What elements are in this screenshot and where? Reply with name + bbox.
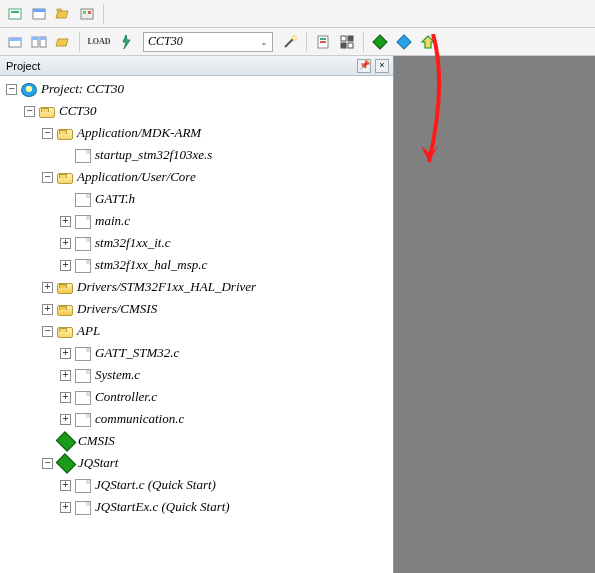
- tree-item[interactable]: +Drivers/CMSIS: [0, 298, 393, 320]
- tree-item[interactable]: −Application/User/Core: [0, 166, 393, 188]
- target-combo[interactable]: CCT30 ⌄: [143, 32, 273, 52]
- expand-toggle[interactable]: +: [60, 392, 71, 403]
- svg-rect-22: [397, 34, 411, 48]
- tb2-icon-3[interactable]: [52, 31, 74, 53]
- svg-rect-0: [9, 9, 21, 19]
- tree-item-label: CMSIS: [78, 433, 115, 449]
- expand-toggle[interactable]: +: [60, 480, 71, 491]
- svg-rect-11: [32, 37, 38, 40]
- tree-item[interactable]: startup_stm32f103xe.s: [0, 144, 393, 166]
- file-icon: [75, 369, 91, 383]
- file-icon: [75, 237, 91, 251]
- tree-item-label: Project: CCT30: [41, 81, 124, 97]
- svg-rect-4: [81, 9, 93, 19]
- tree-item[interactable]: +System.c: [0, 364, 393, 386]
- tree-item[interactable]: +Drivers/STM32F1xx_HAL_Driver: [0, 276, 393, 298]
- svg-rect-17: [341, 36, 346, 41]
- tb-icon-1[interactable]: [4, 3, 26, 25]
- expand-toggle[interactable]: +: [60, 238, 71, 249]
- folder-closed-icon: [57, 283, 73, 294]
- close-icon[interactable]: ×: [375, 59, 389, 73]
- expand-toggle[interactable]: +: [42, 282, 53, 293]
- tree-item[interactable]: +JQStartEx.c (Quick Start): [0, 496, 393, 518]
- tree-item-label: JQStart.c (Quick Start): [95, 477, 216, 493]
- file-icon: [75, 479, 91, 493]
- collapse-toggle[interactable]: −: [42, 128, 53, 139]
- svg-rect-19: [341, 43, 346, 48]
- svg-rect-12: [40, 37, 46, 40]
- svg-rect-18: [348, 36, 353, 41]
- svg-rect-16: [320, 41, 326, 43]
- tree-item[interactable]: +main.c: [0, 210, 393, 232]
- project-tree[interactable]: −Project: CCT30−CCT30−Application/MDK-AR…: [0, 76, 393, 573]
- tree-item[interactable]: −Application/MDK-ARM: [0, 122, 393, 144]
- tb2-icon-1[interactable]: [4, 31, 26, 53]
- file-icon: [75, 215, 91, 229]
- folder-open-icon: [39, 107, 55, 118]
- tree-item[interactable]: +stm32f1xx_it.c: [0, 232, 393, 254]
- options-icon[interactable]: [312, 31, 334, 53]
- folder-open-icon: [57, 173, 73, 184]
- diamond-green-icon: [56, 453, 77, 474]
- tree-item-label: JQStartEx.c (Quick Start): [95, 499, 230, 515]
- pin-icon[interactable]: 📌: [357, 59, 371, 73]
- project-panel: Project 📌 × −Project: CCT30−CCT30−Applic…: [0, 56, 394, 573]
- separator: [103, 4, 104, 24]
- tb-icon-4[interactable]: [76, 3, 98, 25]
- tree-item[interactable]: +Controller.c: [0, 386, 393, 408]
- chevron-down-icon: ⌄: [260, 37, 268, 47]
- separator: [306, 32, 307, 52]
- file-icon: [75, 149, 91, 163]
- load-button[interactable]: LOAD: [85, 31, 113, 53]
- tree-item[interactable]: −APL: [0, 320, 393, 342]
- tree-item[interactable]: GATT.h: [0, 188, 393, 210]
- expand-toggle[interactable]: +: [60, 348, 71, 359]
- file-icon: [75, 259, 91, 273]
- svg-rect-15: [320, 38, 326, 40]
- expand-toggle[interactable]: +: [60, 216, 71, 227]
- expand-toggle[interactable]: +: [42, 304, 53, 315]
- tree-item[interactable]: −CCT30: [0, 100, 393, 122]
- tree-item-label: JQStart: [78, 455, 118, 471]
- collapse-toggle[interactable]: −: [42, 172, 53, 183]
- tree-item-label: CCT30: [59, 103, 97, 119]
- file-icon: [75, 391, 91, 405]
- tree-item-label: stm32f1xx_hal_msp.c: [95, 257, 207, 273]
- tree-item[interactable]: −Project: CCT30: [0, 78, 393, 100]
- collapse-toggle[interactable]: −: [42, 326, 53, 337]
- tree-item[interactable]: +JQStart.c (Quick Start): [0, 474, 393, 496]
- pack-manager-icon[interactable]: [369, 31, 391, 53]
- manage-icon[interactable]: [336, 31, 358, 53]
- tree-item-label: stm32f1xx_it.c: [95, 235, 170, 251]
- tree-item[interactable]: +communication.c: [0, 408, 393, 430]
- rte-icon[interactable]: [393, 31, 415, 53]
- expand-toggle[interactable]: +: [60, 502, 71, 513]
- tree-item[interactable]: +GATT_STM32.c: [0, 342, 393, 364]
- tb-icon-3[interactable]: [52, 3, 74, 25]
- toolbar-row-1: [0, 0, 595, 28]
- tb2-icon-flash[interactable]: [115, 31, 137, 53]
- collapse-toggle[interactable]: −: [6, 84, 17, 95]
- file-icon: [75, 413, 91, 427]
- file-icon: [75, 347, 91, 361]
- tree-item-label: GATT_STM32.c: [95, 345, 179, 361]
- wand-icon[interactable]: [279, 31, 301, 53]
- tree-item[interactable]: CMSIS: [0, 430, 393, 452]
- separator: [79, 32, 80, 52]
- proj-icon-icon: [21, 83, 37, 97]
- svg-rect-20: [348, 43, 353, 48]
- tb-icon-2[interactable]: [28, 3, 50, 25]
- expand-toggle[interactable]: +: [60, 414, 71, 425]
- tb2-icon-2[interactable]: [28, 31, 50, 53]
- pack-install-icon[interactable]: [417, 31, 439, 53]
- svg-rect-3: [33, 9, 45, 12]
- folder-open-icon: [57, 327, 73, 338]
- collapse-toggle[interactable]: −: [42, 458, 53, 469]
- tree-item[interactable]: +stm32f1xx_hal_msp.c: [0, 254, 393, 276]
- tree-item-label: communication.c: [95, 411, 184, 427]
- expand-toggle[interactable]: +: [60, 370, 71, 381]
- file-icon: [75, 193, 91, 207]
- tree-item[interactable]: −JQStart: [0, 452, 393, 474]
- expand-toggle[interactable]: +: [60, 260, 71, 271]
- collapse-toggle[interactable]: −: [24, 106, 35, 117]
